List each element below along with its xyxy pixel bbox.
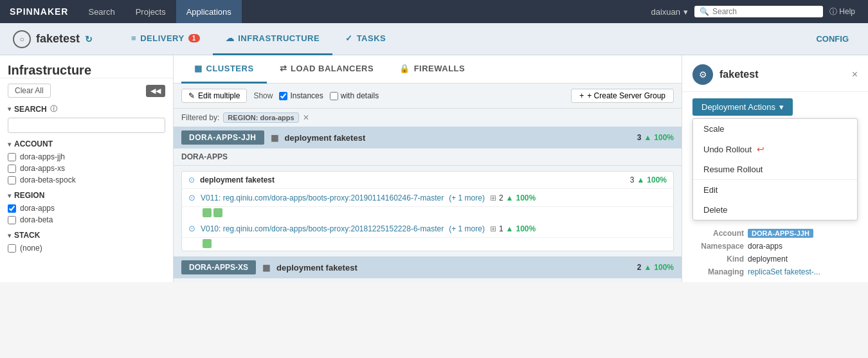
detail-row-kind: Kind deployment: [692, 253, 858, 265]
nav-infrastructure[interactable]: ☁ INFRASTRUCTURE: [213, 23, 332, 55]
deployment-actions-menu: Scale Undo Rollout ↩ Resume Rollout Edit…: [692, 118, 858, 220]
brand-logo: SPINNAKER: [6, 6, 78, 17]
filtered-by-bar: Filtered by: REGION: dora-apps ✕: [174, 109, 682, 127]
user-menu[interactable]: daixuan ▾: [644, 7, 694, 17]
chevron-down-icon: ▾: [779, 102, 784, 112]
help-icon: ⓘ: [829, 7, 837, 16]
instance-v010-more[interactable]: (+ 1 more): [449, 224, 485, 233]
clusters-grid-icon: ▦: [194, 64, 203, 73]
with-details-checkbox-label[interactable]: with details: [330, 91, 379, 100]
instance-v010-stats: ⊞ 1 ▲ 100%: [490, 224, 536, 233]
app-header: ○ faketest ↻ ≡ DELIVERY 1 ☁ INFRASTRUCTU…: [0, 23, 868, 55]
right-panel: ⚙ faketest × Deployment Actions ▾ Scale …: [682, 55, 868, 282]
stack-section-title[interactable]: ▾ STACK: [8, 231, 165, 240]
nav-tasks[interactable]: ✓ TASKS: [332, 23, 399, 55]
right-panel-title: faketest: [719, 69, 758, 80]
region-checkbox-apps-input[interactable]: [8, 204, 16, 213]
collapse-sidebar-button[interactable]: ◀◀: [146, 85, 165, 97]
detail-value-namespace: dora-apps: [748, 242, 782, 251]
menu-item-resume-rollout[interactable]: Resume Rollout: [693, 159, 857, 179]
server-group-header: ⊙ deployment faketest 3 ▲ 100%: [182, 172, 673, 189]
instance-v010-boxes: [182, 238, 673, 251]
cluster-jjh-deploy-name: deployment faketest: [285, 133, 366, 143]
up-arrow-icon: ▲: [644, 133, 651, 142]
account-checkbox-xs-input[interactable]: [8, 165, 16, 173]
menu-item-scale[interactable]: Scale: [693, 119, 857, 139]
instance-v011-more[interactable]: (+ 1 more): [449, 193, 485, 202]
search-info-icon: ⓘ: [50, 104, 57, 114]
chevron-down-icon: ▾: [8, 232, 11, 239]
grid-icon: ▦: [262, 263, 270, 273]
delivery-badge: 1: [188, 34, 200, 42]
close-button[interactable]: ×: [852, 69, 858, 80]
global-search-input[interactable]: [712, 7, 815, 16]
deployment-actions-button[interactable]: Deployment Actions ▾: [692, 98, 793, 116]
tasks-icon: ✓: [345, 33, 353, 43]
cluster-xs-header: DORA-APPS-XS ▦ deployment faketest 2 ▲ 1…: [174, 256, 682, 278]
account-checkbox-xs[interactable]: dora-apps-xs: [8, 164, 165, 173]
up-arrow-icon: ▲: [506, 224, 514, 233]
help-button[interactable]: ⓘ Help: [823, 6, 862, 17]
sidebar-search-input[interactable]: [8, 118, 165, 133]
menu-item-delete[interactable]: Delete: [693, 200, 857, 220]
nav-applications[interactable]: Applications: [176, 0, 242, 23]
detail-row-account: Account DORA-APPS-JJH: [692, 227, 858, 240]
account-checkbox-jjh[interactable]: dora-apps-jjh: [8, 152, 165, 161]
username: daixuan: [651, 7, 680, 17]
nav-config[interactable]: CONFIG: [809, 34, 855, 44]
refresh-icon[interactable]: ↻: [85, 34, 93, 44]
sub-nav-firewalls[interactable]: 🔒 FIREWALLS: [386, 55, 478, 84]
create-server-group-button[interactable]: + + Create Server Group: [571, 89, 674, 103]
main-content: ✎ Edit multiple Show Instances with deta…: [174, 84, 682, 282]
nav-search[interactable]: Search: [78, 0, 125, 23]
stack-checkbox-none-input[interactable]: [8, 244, 16, 253]
filter-remove-button[interactable]: ✕: [303, 113, 309, 122]
instance-v010-link[interactable]: V010: reg.qiniu.com/dora-apps/boots-prox…: [201, 224, 444, 233]
instances-checkbox-label[interactable]: Instances: [279, 91, 323, 100]
instance-row-v010: ⊙ V010: reg.qiniu.com/dora-apps/boots-pr…: [182, 220, 673, 238]
region-section-title[interactable]: ▾ REGION: [8, 191, 165, 200]
menu-item-edit[interactable]: Edit: [693, 180, 857, 200]
nav-projects[interactable]: Projects: [125, 0, 176, 23]
cluster-xs-tag[interactable]: DORA-APPS-XS: [181, 260, 256, 274]
sub-nav-loadbalancers[interactable]: ⇄ LOAD BALANCERS: [267, 55, 387, 84]
region-checkbox-beta[interactable]: dora-beta: [8, 215, 165, 224]
account-section-title[interactable]: ▾ ACCOUNT: [8, 139, 165, 148]
menu-item-undo-rollout[interactable]: Undo Rollout ↩: [693, 139, 857, 159]
instance-v011-link[interactable]: V011: reg.qiniu.com/dora-apps/boots-prox…: [201, 193, 444, 202]
instances-checkbox[interactable]: [279, 92, 287, 100]
loadbalancers-icon: ⇄: [280, 64, 287, 73]
stack-checkbox-none[interactable]: (none): [8, 244, 165, 253]
detail-value-kind: deployment: [748, 255, 788, 264]
show-label: Show: [253, 91, 273, 100]
sidebar-area: Infrastructure Clear All ◀◀ ▾ SEARCH ⓘ ▾: [0, 55, 174, 282]
detail-label-managing: Managing: [692, 267, 744, 276]
sub-nav-clusters[interactable]: ▦ CLUSTERS: [181, 55, 267, 84]
region-checkbox-apps[interactable]: dora-apps: [8, 204, 165, 213]
clear-all-button[interactable]: Clear All: [8, 84, 51, 98]
account-checkbox-spock[interactable]: dora-beta-spock: [8, 175, 165, 184]
search-section-title[interactable]: ▾ SEARCH ⓘ: [8, 104, 165, 114]
grid-icon: ▦: [271, 133, 278, 143]
detail-section: Account DORA-APPS-JJH Namespace dora-app…: [682, 223, 868, 282]
detail-value-managing[interactable]: replicaSet faketest-...: [748, 267, 820, 276]
account-checkbox-spock-input[interactable]: [8, 176, 16, 184]
infra-title: Infrastructure: [8, 63, 91, 77]
cluster-jjh-tag[interactable]: DORA-APPS-JJH: [181, 130, 264, 145]
with-details-checkbox[interactable]: [330, 92, 338, 100]
infra-row: Infrastructure Clear All ◀◀ ▾ SEARCH ⓘ ▾: [0, 55, 868, 282]
instance-box-2: [213, 208, 222, 217]
nav-delivery[interactable]: ≡ DELIVERY 1: [118, 23, 213, 55]
chevron-down-icon: ▾: [8, 192, 11, 199]
instance-box-1: [203, 239, 212, 248]
app-icon: ○: [13, 30, 31, 48]
global-search: 🔍: [694, 6, 823, 17]
server-group-stats: 3 ▲ 100%: [630, 175, 667, 184]
account-checkbox-jjh-input[interactable]: [8, 153, 16, 161]
dora-apps-label: DORA-APPS: [174, 148, 682, 166]
region-checkbox-beta-input[interactable]: [8, 216, 16, 224]
cluster-xs-deploy-name: deployment faketest: [276, 263, 357, 273]
edit-multiple-button[interactable]: ✎ Edit multiple: [181, 89, 247, 103]
detail-row-namespace: Namespace dora-apps: [692, 240, 858, 253]
app-nav: ≡ DELIVERY 1 ☁ INFRASTRUCTURE ✓ TASKS CO…: [118, 23, 855, 55]
